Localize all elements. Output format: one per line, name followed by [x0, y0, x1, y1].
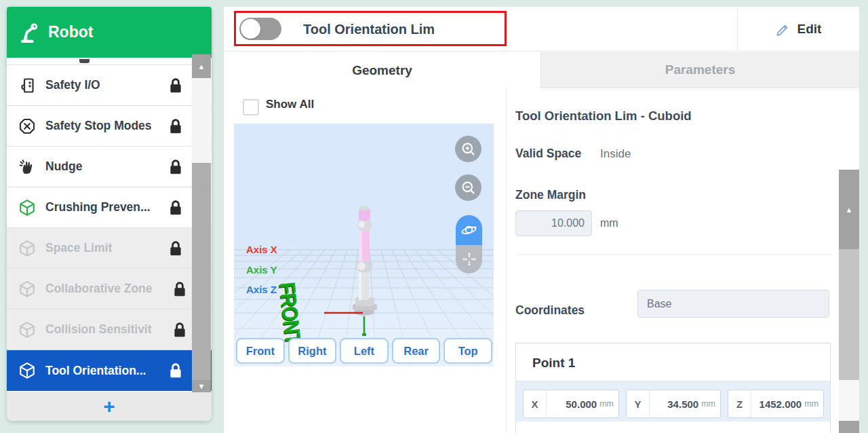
axis-unit: mm [599, 399, 618, 409]
axis-label: Y [627, 390, 650, 417]
sidebar-title: Robot [48, 23, 93, 41]
cube-icon [18, 321, 36, 339]
divider [515, 255, 831, 255]
axis-value: 1452.000 [751, 398, 804, 410]
zoom-out-button[interactable] [455, 174, 481, 201]
scroll-down-button[interactable]: ▼ [839, 421, 859, 433]
valid-space-value: Inside [600, 147, 631, 161]
zone-toggle-label: Tool Orientation Lim [303, 7, 435, 52]
lock-icon [168, 159, 183, 175]
zone-enable-toggle[interactable] [239, 18, 281, 40]
point-coordinates-row: X 50.000 mm Y 34.500 mm Z 1452.000 mm [516, 381, 830, 421]
show-all-label: Show All [266, 98, 314, 111]
magnifier-plus-icon [460, 140, 477, 158]
axis-value: 50.000 [547, 398, 599, 410]
sidebar-header: Robot [7, 7, 212, 58]
edit-button-label: Edit [797, 22, 822, 37]
coordinates-input[interactable]: Base [637, 290, 829, 318]
view-front-button[interactable]: Front [236, 338, 285, 364]
hand-icon [18, 158, 36, 176]
sidebar-item-crushing-prevention[interactable]: Crushing Preven... [7, 187, 212, 228]
up-arrow-icon: ▲ [846, 206, 853, 214]
geometry-content: Show All [224, 88, 859, 433]
cube-icon [18, 362, 36, 379]
sidebar-partial-row [7, 58, 212, 65]
stop-icon [18, 117, 36, 135]
view-rear-button[interactable]: Rear [392, 338, 441, 364]
point-1-card: Point 1 X 50.000 mm Y 34.500 mm Z 1452.0… [515, 343, 831, 433]
sidebar-item-label: Safety Stop Modes [45, 119, 152, 133]
view-top-button[interactable]: Top [443, 338, 492, 364]
sidebar-item-label: Nudge [45, 159, 82, 174]
zone-margin-input[interactable]: 10.000 [515, 210, 592, 236]
pan-view-button[interactable] [456, 245, 482, 274]
scrollbar-thumb[interactable] [839, 249, 859, 380]
tab-bar: Geometry Parameters [224, 52, 859, 88]
show-all-checkbox[interactable] [243, 99, 259, 115]
sidebar-item-safety-io[interactable]: Safety I/O [7, 65, 212, 106]
edit-button[interactable]: Edit [737, 7, 859, 52]
tab-parameters[interactable]: Parameters [540, 52, 859, 88]
lock-icon [168, 118, 183, 134]
scroll-down-button[interactable]: ▼ [192, 380, 211, 392]
zone-detail-title: Tool Orientation Lim - Cuboid [515, 109, 692, 124]
sidebar-item-label: Crushing Preven... [45, 200, 151, 214]
point-x-input[interactable]: X 50.000 mm [523, 390, 619, 418]
cube-icon [18, 280, 36, 298]
sidebar-item-nudge[interactable]: Nudge [7, 147, 212, 187]
down-arrow-icon: ▼ [198, 382, 205, 390]
sidebar-item-collision-sensitivity[interactable]: Collision Sensitivit [7, 309, 212, 350]
sidebar-item-safety-stop-modes[interactable]: Safety Stop Modes [7, 106, 212, 147]
up-arrow-icon: ▲ [198, 62, 205, 71]
axis-value: 34.500 [650, 398, 701, 410]
lock-icon [172, 281, 187, 297]
pencil-icon [775, 21, 791, 37]
zone-header-bar: Tool Orientation Lim Edit [224, 7, 859, 52]
toggle-knob [241, 19, 260, 39]
scroll-up-button[interactable]: ▲ [192, 54, 211, 78]
lock-icon [168, 200, 183, 216]
sidebar-item-space-limit[interactable]: Space Limit [7, 228, 212, 269]
robot-arm-icon [18, 22, 39, 43]
valid-space-label: Valid Space [515, 147, 581, 161]
point-z-input[interactable]: Z 1452.000 mm [728, 390, 824, 418]
scrollbar-thumb[interactable] [192, 163, 211, 380]
lock-icon [168, 240, 183, 257]
coordinates-label: Coordinates [515, 303, 585, 318]
point-y-input[interactable]: Y 34.500 mm [626, 390, 721, 418]
axis-x-label: Axis X [246, 244, 277, 255]
axis-z-label: Axis Z [246, 284, 277, 295]
tab-geometry[interactable]: Geometry [224, 52, 540, 88]
view-right-button[interactable]: Right [288, 338, 337, 364]
cube-icon [18, 199, 36, 216]
lock-icon [168, 362, 183, 379]
axis-label: Z [728, 390, 751, 417]
zone-margin-label: Zone Margin [515, 188, 586, 202]
move-arrows-icon [460, 250, 478, 268]
plus-icon: + [103, 396, 115, 417]
sidebar-item-collaborative-zone[interactable]: Collaborative Zone [7, 269, 212, 309]
lock-icon [172, 322, 187, 338]
scroll-up-button[interactable]: ▲ [839, 170, 859, 249]
rotate-view-button[interactable] [456, 215, 482, 245]
sidebar-item-label: Collision Sensitivit [45, 322, 152, 337]
point-title: Point 1 [532, 356, 575, 371]
sidebar-scrollbar[interactable]: ▲ ▼ [192, 54, 211, 392]
robot-3d-viewport[interactable]: Axis X Axis Y Axis Z FRONT [234, 124, 494, 366]
io-icon [18, 77, 36, 94]
axis-unit: mm [701, 399, 720, 409]
details-scrollbar[interactable]: ▲ ▼ [839, 170, 859, 433]
sidebar-item-tool-orientation[interactable]: Tool Orientation... [7, 350, 212, 391]
sidebar-item-label: Safety I/O [45, 78, 100, 92]
sidebar-item-label: Collaborative Zone [45, 282, 153, 296]
cube-icon [18, 240, 36, 257]
view-buttons-row: Front Right Left Rear Top [236, 338, 492, 364]
zoom-in-button[interactable] [455, 136, 481, 162]
lock-icon [168, 77, 183, 94]
axis-y-label: Axis Y [246, 264, 277, 276]
sidebar-item-label: Tool Orientation... [45, 364, 146, 378]
divider [506, 88, 507, 433]
magnifier-minus-icon [460, 179, 477, 197]
view-left-button[interactable]: Left [340, 338, 389, 364]
add-safety-zone-button[interactable]: + [7, 392, 212, 421]
